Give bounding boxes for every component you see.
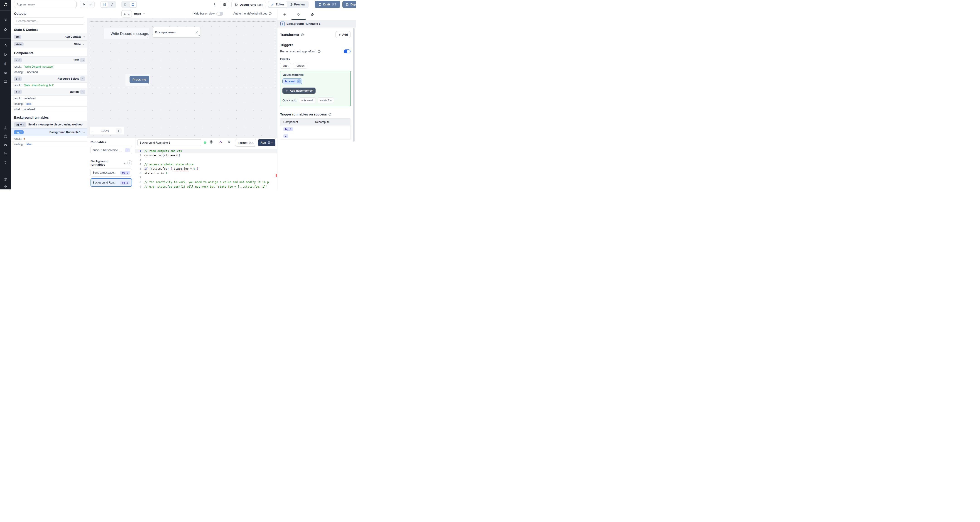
panel-scrollbar[interactable] [353,28,355,142]
output-row-state[interactable]: state State [11,41,88,48]
clear-x-icon[interactable] [195,31,198,34]
status-dot [204,141,206,144]
debug-runs-button[interactable]: Debug runs (26) [231,1,266,8]
frequency-dropdown[interactable]: once [134,10,146,17]
schedules-icon[interactable] [3,80,7,83]
workers-robot-icon[interactable] [3,143,7,147]
draft-button[interactable]: Draft ⌘S [315,1,340,8]
component-row-b[interactable]: b☝ Resource Select [11,75,88,83]
add-dependency-button[interactable]: Add dependency [282,88,315,94]
app-canvas[interactable]: Write Discord message: Example resou... … [88,18,277,137]
docs-book-button[interactable] [220,1,229,8]
button-component-cell[interactable]: Press me [126,74,150,86]
quick-add-state-foo[interactable]: +state.foo [318,97,334,103]
workspace-icon[interactable] [3,18,7,22]
info-icon[interactable] [269,12,272,15]
chevron-up-icon[interactable] [82,131,85,134]
event-chip-start[interactable]: start [280,63,291,69]
settings-gear-icon[interactable] [3,135,7,138]
collapse-chevron-up-icon[interactable] [80,58,85,62]
preview-tab-label: Preview [294,3,305,6]
theme-brush-tab-icon[interactable] [310,12,315,17]
runnable-item-bg0[interactable]: Send a message... bg_0 [91,169,132,177]
function-icon: f [280,22,285,26]
desktop-preview-button[interactable] [129,2,136,8]
more-menu-icon[interactable] [215,3,215,6]
windmill-logo-icon[interactable] [3,2,8,7]
hide-bar-control: Hide bar on view [194,10,223,17]
audit-eye-icon[interactable] [3,161,7,164]
search-outputs-input[interactable] [14,17,84,25]
collapse-chevron-up-icon[interactable] [80,90,85,94]
hide-bar-toggle[interactable] [216,12,223,16]
run-on-start-toggle[interactable] [344,49,350,53]
resize-handle-icon[interactable] [198,33,200,37]
users-icon[interactable] [3,126,7,130]
tab-preview[interactable]: Preview [287,2,308,8]
press-me-button[interactable]: Press me [129,76,149,83]
undo-button[interactable] [80,1,87,8]
zoom-in-button[interactable]: + [116,128,122,134]
info-icon[interactable] [328,113,331,116]
resize-handle-icon[interactable] [148,82,149,85]
runnable-item-main[interactable]: hub/1511/discord/se... c [91,146,132,154]
format-button[interactable]: Format⌘S [235,139,256,146]
text-component[interactable]: Write Discord message: [104,29,149,39]
outputs-panel: Outputs State & Context ctx App Context … [11,9,88,189]
resources-icon[interactable] [3,70,7,75]
collapse-arrow-icon[interactable] [3,185,7,188]
variables-icon[interactable]: $ [4,62,6,66]
insert-component-tab-plus-icon[interactable] [282,12,288,17]
watched-value-chip[interactable]: b.result [282,78,302,84]
event-chip-refresh[interactable]: refresh [293,63,307,69]
tab-editor[interactable]: Editor [268,2,287,8]
component-row-c[interactable]: c☝ Button [11,88,88,96]
runnable-item-bg1-selected[interactable]: Background Run... bg_1 [91,178,132,187]
resource-select-component[interactable]: Example resou... [153,27,201,38]
canvas-toolbar: 1 once Hide bar on view Author henri@win… [88,9,277,18]
settings-tab-components-icon[interactable] [296,12,301,17]
background-row-bg1-selected[interactable]: bg_1 Background Runnable 1 [11,128,88,136]
component-row-a[interactable]: a☝ Text [11,56,88,64]
c-component-badge[interactable]: c [283,134,288,138]
info-icon[interactable] [301,33,304,36]
triggers-title: Triggers [280,43,350,47]
remove-watched-x-icon[interactable] [297,80,301,83]
top-toolbar: Debug runs (26) Editor Preview Draft ⌘S … [11,0,356,9]
fullscreen-layout-button[interactable] [109,2,116,8]
info-icon[interactable] [318,50,321,53]
folders-icon[interactable] [3,152,7,156]
bg0-component-badge[interactable]: bg_0 [283,127,293,131]
search-icon[interactable] [123,162,126,164]
output-row-ctx[interactable]: ctx App Context [11,33,88,41]
add-transformer-button[interactable]: Add [336,31,350,38]
undo-redo-group [80,1,95,8]
code-editor-panel: Format⌘S Run⌘↵ 1 // read outputs and ctx… [135,137,277,189]
code-editor[interactable]: 1 // read outputs and ctx 2 console.log(… [135,148,277,189]
ai-wand-icon[interactable] [218,140,222,144]
canvas-column: 1 once Hide bar on view Author henri@win… [88,9,277,189]
zoom-out-button[interactable]: − [92,129,94,133]
deploy-button[interactable]: Deploy [342,1,356,8]
runnable-bg1-badge: bg_1 [120,181,130,185]
help-icon[interactable] [3,177,7,181]
runnable-name-input[interactable] [137,139,201,146]
favorites-star-icon[interactable] [3,28,7,32]
runs-icon[interactable] [3,53,7,57]
datasource-icon[interactable] [209,140,213,144]
mobile-preview-button[interactable] [122,2,129,8]
center-layout-button[interactable] [101,2,108,8]
redo-button[interactable] [87,1,94,8]
collapse-chevron-up-icon[interactable] [80,76,85,81]
quick-add-ctx-email[interactable]: +ctx.email [299,97,316,103]
chevron-down-icon[interactable] [82,35,85,38]
chevron-down-icon[interactable] [82,43,85,46]
add-background-runnable-button[interactable] [127,161,132,166]
background-row-bg0[interactable]: bg_0☝ Send a message to discord using we… [11,121,88,128]
home-icon[interactable] [3,44,7,48]
app-summary-input[interactable] [14,1,77,8]
run-button[interactable]: Run⌘↵ [258,139,275,146]
delete-trash-icon[interactable] [227,140,231,144]
refresh-count-button[interactable]: 1 [121,10,132,18]
resize-handle-icon[interactable] [147,35,149,38]
